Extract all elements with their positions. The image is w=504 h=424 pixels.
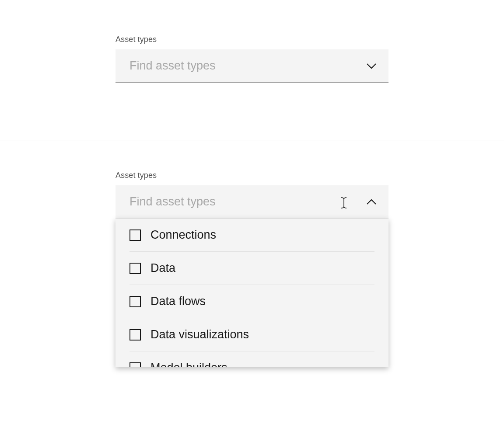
multiselect-option[interactable]: Model builders [116,351,388,367]
multiselect-input[interactable] [130,195,366,209]
chevron-up-icon [366,196,377,208]
multiselect-input[interactable] [130,59,366,73]
chevron-down-icon [366,60,377,72]
multiselect-open-example: Asset types [0,140,504,424]
multiselect-component-open: Asset types [116,171,388,219]
field-label: Asset types [116,35,388,44]
multiselect-field[interactable] [116,185,388,219]
multiselect-closed-example: Asset types [0,0,504,140]
option-label: Data visualizations [150,328,249,341]
multiselect-option[interactable]: Data visualizations [116,318,388,351]
checkbox-icon[interactable] [130,296,141,307]
field-label: Asset types [116,171,388,180]
option-label: Connections [150,228,216,242]
multiselect-option[interactable]: Connections [116,219,388,252]
checkbox-icon[interactable] [130,362,141,368]
checkbox-icon[interactable] [130,263,141,274]
multiselect-option[interactable]: Data flows [116,285,388,318]
multiselect-component-closed: Asset types [116,35,388,83]
option-label: Data flows [150,295,206,308]
multiselect-option[interactable]: Data [116,252,388,285]
multiselect-field[interactable] [116,49,388,83]
checkbox-icon[interactable] [130,329,141,341]
option-label: Data [150,261,175,275]
option-label: Model builders [150,361,228,367]
checkbox-icon[interactable] [130,229,141,241]
multiselect-dropdown: Connections Data Data flows [116,219,388,367]
